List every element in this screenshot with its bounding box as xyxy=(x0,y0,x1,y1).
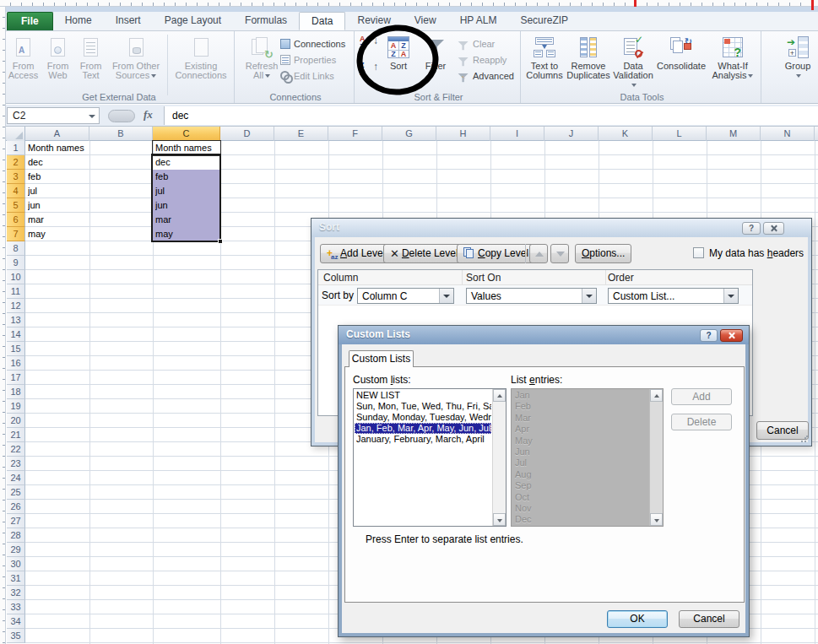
row-header-31[interactable]: 31 xyxy=(7,571,25,586)
cell-A1[interactable]: Month names xyxy=(28,143,88,155)
tab-home[interactable]: Home xyxy=(53,12,104,30)
row-header-35[interactable]: 35 xyxy=(7,629,25,643)
custom-list-item-0[interactable]: NEW LIST xyxy=(355,390,491,401)
cell-A2[interactable]: dec xyxy=(28,157,88,170)
clear-filter-button[interactable]: Clear xyxy=(458,36,495,51)
tab-view[interactable]: View xyxy=(403,12,448,30)
scrollbar[interactable] xyxy=(649,389,663,526)
row-header-23[interactable]: 23 xyxy=(7,457,25,471)
cell-A5[interactable]: jun xyxy=(28,200,88,213)
scroll-down-button[interactable] xyxy=(493,513,506,526)
name-box-dropdown-icon[interactable] xyxy=(89,115,95,118)
from-access-button[interactable]: A From Access xyxy=(5,33,41,89)
row-header-20[interactable]: 20 xyxy=(7,414,25,428)
row-header-11[interactable]: 11 xyxy=(7,284,25,299)
cell-C1[interactable]: Month names xyxy=(155,143,219,155)
add-level-button[interactable]: +azAdd Level xyxy=(320,244,392,263)
custom-list-item-1[interactable]: Sun, Mon, Tue, Wed, Thu, Fri, Sat xyxy=(355,401,491,412)
cell-C2[interactable]: dec xyxy=(155,157,219,170)
sort-button[interactable]: AZZA Sort xyxy=(382,33,415,89)
refresh-all-button[interactable]: ↻ Refresh All xyxy=(241,33,282,89)
row-header-4[interactable]: 4 xyxy=(7,184,25,198)
row-header-16[interactable]: 16 xyxy=(7,356,25,371)
row-header-29[interactable]: 29 xyxy=(7,543,25,557)
custom-lists-ok-button[interactable]: OK xyxy=(607,610,668,628)
column-header-C[interactable]: C xyxy=(153,127,220,141)
row-header-2[interactable]: 2 xyxy=(7,155,25,170)
row-header-12[interactable]: 12 xyxy=(7,299,25,313)
custom-lists-tab[interactable]: Custom Lists xyxy=(349,350,414,367)
tab-formulas[interactable]: Formulas xyxy=(233,12,299,30)
row-header-3[interactable]: 3 xyxy=(7,170,25,184)
cell-C5[interactable]: jun xyxy=(155,200,219,213)
remove-duplicates-button[interactable]: Remove Duplicates xyxy=(566,33,611,89)
custom-list-item-3[interactable]: Jan, Feb, Mar, Apr, May, Jun, Jul xyxy=(355,423,491,434)
row-header-26[interactable]: 26 xyxy=(7,500,25,514)
row-header-17[interactable]: 17 xyxy=(7,371,25,385)
name-box[interactable]: C2 xyxy=(7,107,100,124)
column-header-L[interactable]: L xyxy=(653,127,707,141)
column-header-M[interactable]: M xyxy=(707,127,761,141)
cell-C6[interactable]: mar xyxy=(155,214,219,227)
row-header-18[interactable]: 18 xyxy=(7,385,25,399)
column-header-K[interactable]: K xyxy=(599,127,653,141)
dropdown-arrow-icon[interactable] xyxy=(723,289,738,303)
row-header-33[interactable]: 33 xyxy=(7,600,25,614)
tab-file[interactable]: File xyxy=(7,12,53,30)
row-header-7[interactable]: 7 xyxy=(7,227,25,241)
row-header-19[interactable]: 19 xyxy=(7,399,25,414)
resize-grip[interactable] xyxy=(800,435,809,443)
scrollbar[interactable] xyxy=(492,389,506,526)
delete-list-button[interactable]: Delete xyxy=(671,414,732,430)
row-header-9[interactable]: 9 xyxy=(7,256,25,270)
scroll-up-button[interactable] xyxy=(493,389,506,402)
row-header-27[interactable]: 27 xyxy=(7,514,25,528)
tab-insert[interactable]: Insert xyxy=(104,12,153,30)
column-header-B[interactable]: B xyxy=(89,127,153,141)
cell-A7[interactable]: may xyxy=(28,229,88,241)
row-header-25[interactable]: 25 xyxy=(7,485,25,500)
column-header-G[interactable]: G xyxy=(382,127,436,141)
advanced-filter-button[interactable]: ✎ Advanced xyxy=(458,68,514,83)
tab-page-layout[interactable]: Page Layout xyxy=(153,12,233,30)
filter-button[interactable]: Filter xyxy=(419,33,452,89)
row-header-14[interactable]: 14 xyxy=(7,327,25,342)
row-header-28[interactable]: 28 xyxy=(7,528,25,543)
tab-securezip[interactable]: SecureZIP xyxy=(508,12,580,30)
formula-bar-oval-button[interactable] xyxy=(108,110,135,122)
dropdown-arrow-icon[interactable] xyxy=(582,289,596,303)
what-if-analysis-button[interactable]: ? What-If Analysis xyxy=(709,33,756,89)
column-header-A[interactable]: A xyxy=(25,127,89,141)
custom-list-item-4[interactable]: January, February, March, April xyxy=(355,434,491,445)
custom-lists-close-button[interactable] xyxy=(720,329,743,342)
tab-data[interactable]: Data xyxy=(299,12,345,30)
custom-lists-listbox[interactable]: NEW LISTSun, Mon, Tue, Wed, Thu, Fri, Sa… xyxy=(353,388,507,527)
row-header-5[interactable]: 5 xyxy=(7,198,25,213)
options-button[interactable]: Options... xyxy=(575,244,631,263)
from-text-button[interactable]: From Text xyxy=(74,33,107,89)
row-header-34[interactable]: 34 xyxy=(7,614,25,629)
cell-A4[interactable]: jul xyxy=(28,186,88,198)
custom-list-item-2[interactable]: Sunday, Monday, Tuesday, Wednesday xyxy=(355,412,491,423)
dropdown-arrow-icon[interactable] xyxy=(439,289,453,303)
fill-handle[interactable] xyxy=(218,239,223,244)
column-header-E[interactable]: E xyxy=(274,127,328,141)
sort-help-button[interactable]: ? xyxy=(742,222,761,235)
cell-A3[interactable]: feb xyxy=(28,171,88,184)
column-header-F[interactable]: F xyxy=(328,127,382,141)
edit-links-button[interactable]: Edit Links xyxy=(280,68,334,83)
reapply-filter-button[interactable]: Reapply xyxy=(458,52,507,67)
row-header-24[interactable]: 24 xyxy=(7,471,25,485)
from-web-button[interactable]: From Web xyxy=(42,33,73,89)
insert-function-fx-button[interactable]: fx xyxy=(144,108,153,122)
sort-ascending-button[interactable]: AZ↓ xyxy=(360,35,380,57)
scroll-up-button[interactable] xyxy=(650,389,663,402)
group-button[interactable]: ➔+ Group xyxy=(780,33,815,89)
text-to-columns-button[interactable]: Text to Columns xyxy=(525,33,564,89)
cell-C3[interactable]: feb xyxy=(155,171,219,184)
select-all-corner[interactable] xyxy=(7,127,25,141)
row-header-6[interactable]: 6 xyxy=(7,213,25,227)
formula-input[interactable]: dec xyxy=(164,106,818,125)
custom-lists-help-button[interactable]: ? xyxy=(700,329,718,342)
column-header-J[interactable]: J xyxy=(544,127,599,141)
